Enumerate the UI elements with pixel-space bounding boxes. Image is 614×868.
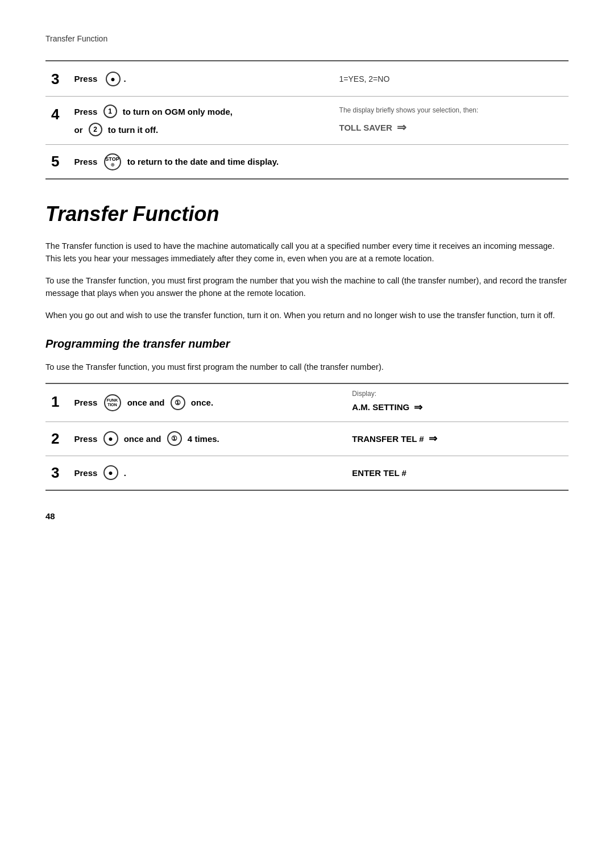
paragraph-2: To use the Transfer function, you must f… bbox=[45, 274, 569, 300]
nav-button-b3[interactable]: ● bbox=[103, 465, 118, 480]
table-row: 5 Press STOP ◎ to return to the date and… bbox=[45, 145, 569, 180]
main-title: Transfer Function bbox=[45, 202, 569, 226]
arrow-icon-2: ⇒ bbox=[429, 432, 437, 445]
paragraph-1: The Transfer function is used to have th… bbox=[45, 240, 569, 265]
top-instruction-table: 3 Press ● . 1=YES, 2=NO 4 Press 1 bbox=[45, 60, 569, 180]
display-label-1: Display: bbox=[352, 390, 563, 398]
paragraph-3: When you go out and wish to use the tran… bbox=[45, 309, 569, 322]
display-value-3: ENTER TEL # bbox=[352, 468, 563, 478]
step-b1-text: Press FUNK TION once and ① once. bbox=[68, 383, 346, 422]
btn-1-c[interactable]: ① bbox=[167, 431, 182, 446]
table-row: 4 Press 1 to turn on OGM only mode, or 2… bbox=[45, 97, 569, 145]
step-b2-display: TRANSFER TEL # ⇒ bbox=[346, 422, 569, 456]
step-number-b3: 3 bbox=[51, 458, 63, 481]
toll-saver-label: TOLL SAVER bbox=[339, 122, 392, 133]
step-b3-text: Press ● . bbox=[68, 456, 346, 490]
stop-button[interactable]: STOP ◎ bbox=[104, 153, 121, 170]
breadcrumb: Transfer Function bbox=[45, 34, 569, 43]
step-number-4: 4 bbox=[51, 100, 63, 123]
page-number: 48 bbox=[45, 511, 569, 521]
display-value-1: A.M. SETTING ⇒ bbox=[352, 401, 563, 414]
step-number-b2: 2 bbox=[51, 424, 63, 447]
step-number-5: 5 bbox=[51, 147, 63, 170]
btn-1-b[interactable]: ① bbox=[171, 395, 185, 410]
step-3-text: Press ● . bbox=[68, 61, 333, 97]
btn-2[interactable]: 2 bbox=[89, 123, 102, 136]
arrow-right-icon: ⇒ bbox=[397, 119, 406, 135]
arrow-icon-1: ⇒ bbox=[414, 401, 422, 414]
sub-paragraph: To use the Transfer function, you must f… bbox=[45, 361, 569, 373]
step-5-text: Press STOP ◎ to return to the date and t… bbox=[68, 145, 569, 180]
step-b3-display: ENTER TEL # bbox=[346, 456, 569, 490]
nav-button-3[interactable]: ● bbox=[106, 72, 121, 86]
step-3-display: 1=YES, 2=NO bbox=[334, 61, 569, 97]
table-row: 3 Press ● . 1=YES, 2=NO bbox=[45, 61, 569, 97]
table-row: 2 Press ● once and ① 4 times. TRANSFER T… bbox=[45, 422, 569, 456]
sub-section-title: Programming the transfer number bbox=[45, 337, 569, 350]
nav-button-b2[interactable]: ● bbox=[103, 431, 118, 446]
step-b2-text: Press ● once and ① 4 times. bbox=[68, 422, 346, 456]
step-number-3: 3 bbox=[51, 65, 63, 87]
bottom-instruction-table: 1 Press FUNK TION once and ① once. Displ… bbox=[45, 383, 569, 491]
table-row: 3 Press ● . ENTER TEL # bbox=[45, 456, 569, 490]
step-4-text: Press 1 to turn on OGM only mode, or 2 t… bbox=[68, 97, 333, 145]
btn-1[interactable]: 1 bbox=[103, 105, 117, 118]
funktion-button[interactable]: FUNK TION bbox=[104, 394, 121, 411]
step-number-b1: 1 bbox=[51, 387, 63, 410]
display-value-2: TRANSFER TEL # ⇒ bbox=[352, 432, 563, 445]
table-row: 1 Press FUNK TION once and ① once. Displ… bbox=[45, 383, 569, 422]
step-b1-display: Display: A.M. SETTING ⇒ bbox=[346, 383, 569, 422]
step-4-display: The display briefly shows your selection… bbox=[334, 97, 569, 145]
